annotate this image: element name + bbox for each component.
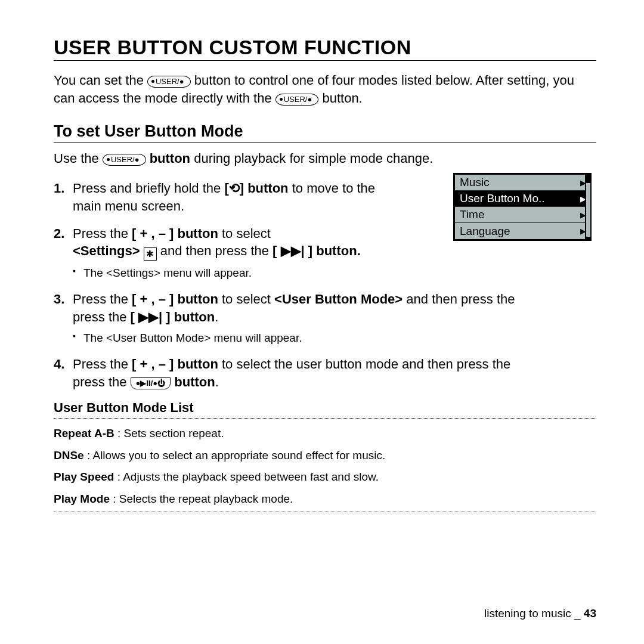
s4a: Press the: [73, 357, 132, 371]
mode-desc: : Allows you to select an appropriate so…: [84, 449, 386, 462]
mode-play-mode: Play Mode : Selects the repeat playback …: [54, 490, 596, 508]
user-rec-button-icon: USER/●: [103, 154, 146, 166]
ff-button-label: [ ▶▶| ] button: [131, 309, 215, 324]
s3d: and then press the: [406, 292, 515, 306]
s2b: to select: [222, 226, 271, 241]
s3b: to select: [222, 292, 274, 306]
mode-name: Repeat A-B: [54, 427, 114, 439]
s3a: Press the: [73, 292, 132, 306]
mode-play-speed: Play Speed : Adjusts the playback speed …: [54, 468, 596, 486]
intro-text: You can set the USER/● button to control…: [54, 72, 596, 107]
mode-list: Repeat A-B : Sets section repeat. DNSe :…: [54, 425, 596, 508]
mode-name: Play Mode: [54, 493, 110, 505]
step-4: Press the [ + , – ] button to select the…: [54, 355, 596, 391]
s3f: .: [215, 309, 218, 324]
s4b: to select the user button mode and then …: [222, 357, 510, 371]
s4c: button: [174, 374, 215, 389]
mode-desc: : Selects the repeat playback mode.: [110, 493, 293, 505]
intro-a: You can set the: [54, 73, 147, 88]
s4d: .: [215, 374, 219, 389]
page-title: USER BUTTON CUSTOM FUNCTION: [54, 36, 596, 61]
plus-minus-button-label: [ + , – ] button: [132, 226, 218, 241]
page-footer: listening to music _ 43: [484, 607, 596, 620]
intro-c: button.: [322, 91, 362, 106]
back-button-label: [⟲] button: [224, 181, 288, 196]
plus-minus-button-label: [ + , – ] button: [132, 357, 218, 371]
user-rec-button-icon: USER/●: [147, 76, 191, 88]
use-a: Use the: [54, 151, 103, 166]
use-b: button: [150, 151, 190, 166]
mode-name: DNSe: [54, 449, 84, 462]
user-button-mode-label: <User Button Mode>: [274, 292, 402, 306]
mode-list-title: User Button Mode List: [54, 400, 596, 416]
mode-desc: : Adjusts the playback speed between fas…: [114, 470, 379, 483]
s1a: Press and briefly hold the: [73, 181, 224, 196]
divider: [54, 418, 596, 419]
gear-icon: ✱: [144, 247, 157, 261]
mode-desc: : Sets section repeat.: [114, 427, 224, 439]
mode-repeat-ab: Repeat A-B : Sets section repeat.: [54, 425, 596, 442]
step-3: Press the [ + , – ] button to select <Us…: [54, 290, 596, 346]
page-number: 43: [584, 607, 596, 620]
s2a: Press the: [73, 226, 132, 241]
ff-button-label: [ ▶▶| ] button.: [273, 243, 361, 258]
user-rec-button-icon: USER/●: [275, 94, 319, 106]
step-2-note: The <Settings> menu will appear.: [73, 265, 596, 281]
use-c: during playback for simple mode change.: [194, 151, 433, 166]
section-title: To set User Button Mode: [54, 122, 596, 143]
step-2: Press the [ + , – ] button to select <Se…: [54, 225, 596, 281]
mode-dnse: DNSe : Allows you to select an appropria…: [54, 447, 596, 465]
mode-name: Play Speed: [54, 470, 114, 483]
play-pause-power-button-icon: ●▶II/●⏻: [131, 377, 171, 389]
step-1: Press and briefly hold the [⟲] button to…: [54, 179, 596, 215]
settings-label: <Settings>: [73, 243, 140, 258]
plus-minus-button-label: [ + , – ] button: [132, 292, 218, 306]
step-3-note: The <User Button Mode> menu will appear.: [73, 330, 596, 346]
footer-section: listening to music _: [484, 607, 584, 620]
divider: [54, 512, 596, 512]
use-line: Use the USER/● button during playback fo…: [54, 151, 596, 166]
s2d: and then press the: [160, 243, 273, 258]
steps-list: Press and briefly hold the [⟲] button to…: [54, 179, 596, 391]
